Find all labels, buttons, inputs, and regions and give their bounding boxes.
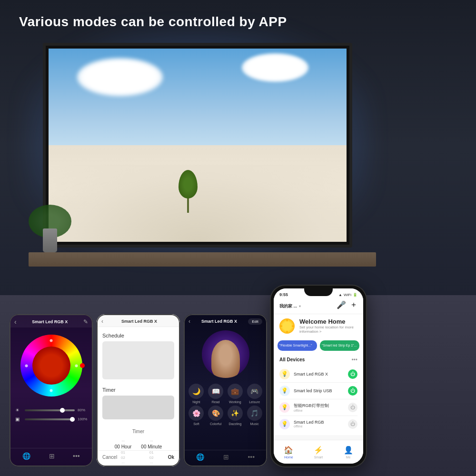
brightness-track[interactable]	[25, 409, 75, 411]
mode-soft[interactable]: 🌸 Soft	[188, 406, 205, 426]
phone3-nav-globe-icon[interactable]: 🌐	[196, 453, 204, 461]
cw-dot	[75, 364, 78, 367]
phone3-bottom-nav: 🌐 ⊞ •••	[184, 450, 267, 464]
color-wheel-container[interactable]	[10, 327, 93, 404]
phone4-quick-access: "Flexible Smartlight..." "Smart led Stri…	[274, 337, 363, 354]
phone3-edit-button[interactable]: Edit	[248, 318, 262, 325]
tv-cloud2	[242, 53, 308, 82]
brightness-icon: ☀	[15, 407, 22, 413]
device2-icon: 💡	[279, 386, 290, 396]
device1-power-button[interactable]: ⏻	[348, 369, 357, 379]
phone4-bottom-nav: 🏠 Home ⚡ Smart 👤 Me	[274, 440, 363, 464]
schedule-label: Schedule	[102, 333, 174, 338]
phone-modes: ‹ Smart Led RGB X Edit 🌙 Night 📖 Read 💼	[184, 314, 267, 466]
nav-item-me[interactable]: 👤 Me	[344, 446, 353, 459]
phone3-modes-grid: 🌙 Night 📖 Read 💼 Working 🎮 Leisure 🌸	[184, 382, 267, 429]
mode-night-label: Night	[192, 400, 200, 404]
device3-power-button[interactable]: ⏻	[348, 403, 357, 412]
device-row-2: 💡 Smart led Strip USB ⏻	[279, 383, 357, 399]
saturation-value: 100%	[78, 417, 87, 421]
devices-more-icon[interactable]: •••	[351, 357, 357, 363]
color-wheel-dots	[24, 338, 79, 393]
mode-soft-icon: 🌸	[188, 406, 204, 421]
device4-power-button[interactable]: ⏻	[348, 419, 357, 429]
phone1-nav-home-icon[interactable]: 🌐	[22, 452, 30, 460]
mode-read-label: Read	[212, 400, 220, 404]
sun-icon	[279, 318, 295, 334]
wifi-icon: WiFi	[344, 293, 351, 297]
ok-button[interactable]: Ok	[168, 455, 174, 460]
mode-dazzling[interactable]: ✨ Dazzling	[227, 406, 244, 426]
mode-leisure-icon: 🎮	[247, 384, 262, 399]
hour-value[interactable]: 00 Hour	[115, 444, 132, 449]
minute-value[interactable]: 00 Minute	[141, 444, 162, 449]
timer-section: Timer	[102, 387, 174, 419]
devices-title: All Devices	[279, 357, 305, 362]
phone4-welcome-section: Welcome Home Set your home location for …	[274, 314, 363, 337]
cw-dot	[50, 389, 53, 392]
cancel-button[interactable]: Cancel	[102, 455, 117, 460]
device4-name: Smart Led RGB	[294, 420, 324, 425]
phone2-buttons: Cancel Ok	[97, 450, 180, 464]
mode-night-icon: 🌙	[188, 384, 204, 399]
welcome-subtitle[interactable]: Set your home location for more informat…	[299, 325, 357, 334]
sun-rays-icon	[279, 318, 295, 334]
brightness-thumb[interactable]	[60, 408, 65, 413]
phone1-edit-icon[interactable]: ✎	[83, 318, 88, 325]
device1-icon: 💡	[279, 369, 290, 379]
nav-item-smart[interactable]: ⚡ Smart	[314, 446, 323, 459]
phone1-title: Smart Led RGB X	[32, 319, 68, 324]
device4-text: Smart Led RGB offline	[294, 420, 324, 428]
phone3-nav-grid-icon[interactable]: ⊞	[223, 453, 229, 461]
phone3-back-icon[interactable]: ‹	[188, 318, 190, 325]
mode-colorful[interactable]: 🎨 Colorful	[207, 406, 225, 426]
nav-home-label: Home	[284, 456, 293, 459]
nav-home-icon: 🏠	[284, 446, 293, 455]
phone1-back-icon[interactable]: ‹	[14, 318, 17, 326]
mode-working[interactable]: 💼 Working	[227, 384, 244, 404]
phone2-back-icon[interactable]: ‹	[101, 318, 103, 325]
phone1-header: ‹ Smart Led RGB X ✎	[10, 314, 93, 327]
device4-status: offline	[294, 425, 324, 428]
phone3-image	[202, 330, 249, 378]
brightness-value: 80%	[78, 408, 87, 412]
nav-item-home[interactable]: 🏠 Home	[284, 446, 293, 459]
device-row-1: 💡 Smart Led RGB X ⏻	[279, 366, 357, 383]
add-icon[interactable]: ＋	[350, 300, 357, 310]
device1-text: Smart Led RGB X	[294, 372, 328, 377]
device2-power-button[interactable]: ⏻	[348, 386, 357, 396]
mode-music-icon: 🎵	[247, 406, 262, 421]
mode-dazzling-icon: ✨	[228, 406, 243, 421]
mode-music[interactable]: 🎵 Music	[246, 406, 263, 426]
device3-status: offline	[294, 409, 329, 412]
phone1-nav-more-icon[interactable]: •••	[73, 452, 80, 460]
schedule-empty-area	[102, 341, 174, 379]
phone3-nav-more-icon[interactable]: •••	[248, 453, 255, 461]
phone-schedule: ‹ Smart Led RGB X Schedule Timer Timer	[97, 314, 180, 466]
device-row-4: 💡 Smart Led RGB offline ⏻	[279, 416, 357, 432]
quick-btn-strip[interactable]: "Smart led Strip Ep 1"...	[320, 340, 359, 351]
mode-music-label: Music	[250, 422, 258, 426]
tv-sand	[49, 145, 347, 242]
cw-dot	[25, 364, 28, 367]
quick-btn-flexible[interactable]: "Flexible Smartlight..."	[278, 340, 317, 351]
phone1-nav-grid-icon[interactable]: ⊞	[49, 452, 55, 460]
device2-text: Smart led Strip USB	[294, 388, 332, 393]
mode-colorful-icon: 🎨	[208, 406, 223, 421]
nav-me-label: Me	[346, 456, 351, 459]
mode-leisure[interactable]: 🎮 Leisure	[246, 384, 263, 404]
shelf	[29, 252, 376, 267]
phone4-location-container[interactable]: 我的家 ... ▾	[279, 301, 301, 309]
devices-header: All Devices •••	[279, 357, 357, 363]
mode-read[interactable]: 📖 Read	[207, 384, 225, 404]
saturation-track[interactable]	[25, 418, 75, 420]
saturation-thumb[interactable]	[70, 417, 75, 422]
device4-icon: 💡	[279, 419, 290, 429]
color-wheel[interactable]	[20, 335, 82, 397]
mode-night[interactable]: 🌙 Night	[188, 384, 205, 404]
mic-icon[interactable]: 🎤	[337, 300, 346, 309]
cw-dot	[50, 339, 53, 342]
phone2-title: Smart Led RGB X	[121, 319, 157, 324]
phone-color-wheel: ‹ Smart Led RGB X ✎	[10, 314, 93, 466]
headline: Various modes can be controlled by APP	[19, 14, 287, 30]
